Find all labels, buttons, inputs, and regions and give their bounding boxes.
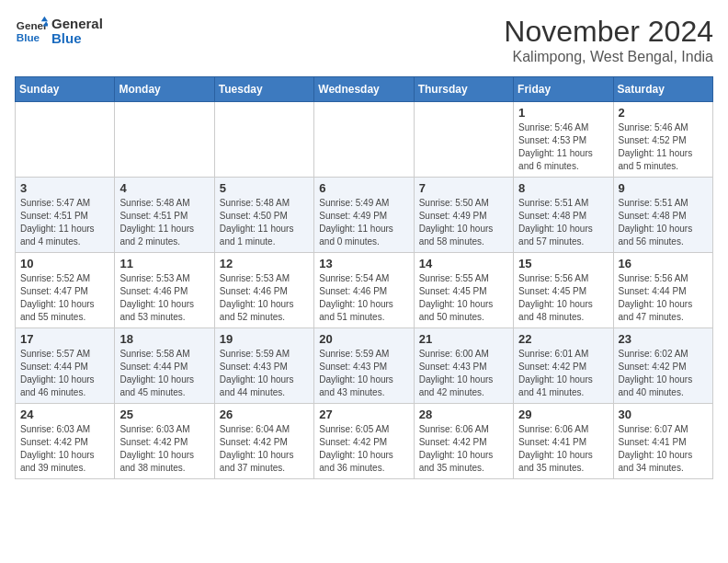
calendar-day-cell: 16Sunrise: 5:56 AM Sunset: 4:44 PM Dayli… bbox=[613, 253, 712, 328]
day-info: Sunrise: 5:51 AM Sunset: 4:48 PM Dayligh… bbox=[619, 197, 708, 248]
day-number: 27 bbox=[319, 408, 408, 421]
day-info: Sunrise: 5:46 AM Sunset: 4:52 PM Dayligh… bbox=[619, 121, 708, 173]
day-number: 13 bbox=[319, 257, 408, 270]
day-number: 26 bbox=[220, 408, 309, 421]
day-info: Sunrise: 6:04 AM Sunset: 4:42 PM Dayligh… bbox=[220, 423, 309, 475]
day-header-sunday: Sunday bbox=[16, 77, 115, 102]
day-info: Sunrise: 6:00 AM Sunset: 4:43 PM Dayligh… bbox=[419, 348, 508, 399]
day-number: 20 bbox=[319, 332, 408, 346]
calendar-header-row: SundayMondayTuesdayWednesdayThursdayFrid… bbox=[16, 77, 713, 102]
calendar-day-cell: 20Sunrise: 5:59 AM Sunset: 4:43 PM Dayli… bbox=[314, 328, 414, 404]
day-number: 22 bbox=[518, 332, 608, 346]
calendar-day-cell: 25Sunrise: 6:03 AM Sunset: 4:42 PM Dayli… bbox=[115, 404, 214, 479]
day-info: Sunrise: 5:52 AM Sunset: 4:47 PM Dayligh… bbox=[20, 272, 109, 324]
calendar-day-cell bbox=[115, 102, 214, 178]
day-info: Sunrise: 5:50 AM Sunset: 4:49 PM Dayligh… bbox=[419, 197, 508, 248]
calendar-day-cell: 29Sunrise: 6:06 AM Sunset: 4:41 PM Dayli… bbox=[514, 404, 613, 479]
day-info: Sunrise: 5:49 AM Sunset: 4:49 PM Dayligh… bbox=[319, 197, 408, 248]
day-number: 12 bbox=[220, 257, 309, 270]
day-info: Sunrise: 5:53 AM Sunset: 4:46 PM Dayligh… bbox=[119, 272, 209, 324]
title-block: November 2024 Kalimpong, West Bengal, In… bbox=[504, 15, 713, 65]
day-info: Sunrise: 5:46 AM Sunset: 4:53 PM Dayligh… bbox=[518, 121, 608, 173]
day-info: Sunrise: 5:47 AM Sunset: 4:51 PM Dayligh… bbox=[20, 197, 109, 248]
calendar-day-cell: 3Sunrise: 5:47 AM Sunset: 4:51 PM Daylig… bbox=[16, 178, 115, 253]
day-number: 17 bbox=[20, 332, 109, 346]
day-info: Sunrise: 6:02 AM Sunset: 4:42 PM Dayligh… bbox=[619, 348, 708, 399]
calendar-day-cell bbox=[314, 102, 414, 178]
calendar-day-cell: 24Sunrise: 6:03 AM Sunset: 4:42 PM Dayli… bbox=[16, 404, 115, 479]
day-number: 29 bbox=[518, 408, 608, 421]
day-number: 30 bbox=[619, 408, 708, 421]
location-title: Kalimpong, West Bengal, India bbox=[504, 49, 713, 65]
day-number: 23 bbox=[619, 332, 708, 346]
day-header-tuesday: Tuesday bbox=[214, 77, 313, 102]
day-number: 16 bbox=[619, 257, 708, 270]
calendar-day-cell: 2Sunrise: 5:46 AM Sunset: 4:52 PM Daylig… bbox=[613, 102, 712, 178]
day-number: 6 bbox=[319, 181, 408, 195]
day-number: 5 bbox=[220, 181, 309, 195]
calendar-day-cell: 21Sunrise: 6:00 AM Sunset: 4:43 PM Dayli… bbox=[414, 328, 513, 404]
day-info: Sunrise: 5:55 AM Sunset: 4:45 PM Dayligh… bbox=[419, 272, 508, 324]
calendar-day-cell: 8Sunrise: 5:51 AM Sunset: 4:48 PM Daylig… bbox=[514, 178, 613, 253]
calendar-day-cell: 5Sunrise: 5:48 AM Sunset: 4:50 PM Daylig… bbox=[214, 178, 313, 253]
day-info: Sunrise: 5:48 AM Sunset: 4:50 PM Dayligh… bbox=[220, 197, 309, 248]
calendar-day-cell: 10Sunrise: 5:52 AM Sunset: 4:47 PM Dayli… bbox=[16, 253, 115, 328]
day-number: 15 bbox=[518, 257, 608, 270]
day-header-friday: Friday bbox=[514, 77, 613, 102]
logo-blue-text: Blue bbox=[51, 31, 103, 47]
calendar-week-row: 24Sunrise: 6:03 AM Sunset: 4:42 PM Dayli… bbox=[16, 404, 713, 479]
day-number: 9 bbox=[619, 181, 708, 195]
calendar-day-cell: 13Sunrise: 5:54 AM Sunset: 4:46 PM Dayli… bbox=[314, 253, 414, 328]
calendar-day-cell bbox=[214, 102, 313, 178]
calendar-day-cell: 12Sunrise: 5:53 AM Sunset: 4:46 PM Dayli… bbox=[214, 253, 313, 328]
day-header-monday: Monday bbox=[115, 77, 214, 102]
calendar-day-cell: 11Sunrise: 5:53 AM Sunset: 4:46 PM Dayli… bbox=[115, 253, 214, 328]
day-number: 19 bbox=[220, 332, 309, 346]
day-header-wednesday: Wednesday bbox=[314, 77, 414, 102]
day-number: 4 bbox=[119, 181, 209, 195]
day-number: 24 bbox=[20, 408, 109, 421]
calendar-day-cell: 27Sunrise: 6:05 AM Sunset: 4:42 PM Dayli… bbox=[314, 404, 414, 479]
day-info: Sunrise: 5:53 AM Sunset: 4:46 PM Dayligh… bbox=[220, 272, 309, 324]
calendar-day-cell: 6Sunrise: 5:49 AM Sunset: 4:49 PM Daylig… bbox=[314, 178, 414, 253]
day-number: 3 bbox=[20, 181, 109, 195]
calendar-day-cell: 14Sunrise: 5:55 AM Sunset: 4:45 PM Dayli… bbox=[414, 253, 513, 328]
calendar-day-cell: 18Sunrise: 5:58 AM Sunset: 4:44 PM Dayli… bbox=[115, 328, 214, 404]
calendar-day-cell: 19Sunrise: 5:59 AM Sunset: 4:43 PM Dayli… bbox=[214, 328, 313, 404]
calendar-table: SundayMondayTuesdayWednesdayThursdayFrid… bbox=[15, 76, 713, 479]
day-info: Sunrise: 5:56 AM Sunset: 4:45 PM Dayligh… bbox=[518, 272, 608, 324]
day-info: Sunrise: 5:56 AM Sunset: 4:44 PM Dayligh… bbox=[619, 272, 708, 324]
day-info: Sunrise: 5:59 AM Sunset: 4:43 PM Dayligh… bbox=[319, 348, 408, 399]
logo-general-text: General bbox=[51, 17, 103, 32]
calendar-day-cell bbox=[414, 102, 513, 178]
day-number: 25 bbox=[119, 408, 209, 421]
day-number: 21 bbox=[419, 332, 508, 346]
day-info: Sunrise: 5:58 AM Sunset: 4:44 PM Dayligh… bbox=[119, 348, 209, 399]
logo-icon: General Blue bbox=[15, 15, 48, 48]
day-header-saturday: Saturday bbox=[613, 77, 712, 102]
day-number: 10 bbox=[20, 257, 109, 270]
calendar-week-row: 10Sunrise: 5:52 AM Sunset: 4:47 PM Dayli… bbox=[16, 253, 713, 328]
day-number: 14 bbox=[419, 257, 508, 270]
svg-text:Blue: Blue bbox=[17, 31, 40, 43]
calendar-day-cell: 23Sunrise: 6:02 AM Sunset: 4:42 PM Dayli… bbox=[613, 328, 712, 404]
calendar-day-cell: 22Sunrise: 6:01 AM Sunset: 4:42 PM Dayli… bbox=[514, 328, 613, 404]
day-info: Sunrise: 6:07 AM Sunset: 4:41 PM Dayligh… bbox=[619, 423, 708, 475]
day-number: 28 bbox=[419, 408, 508, 421]
calendar-day-cell: 1Sunrise: 5:46 AM Sunset: 4:53 PM Daylig… bbox=[514, 102, 613, 178]
logo: General Blue General Blue bbox=[15, 15, 103, 48]
day-info: Sunrise: 5:48 AM Sunset: 4:51 PM Dayligh… bbox=[119, 197, 209, 248]
day-number: 1 bbox=[518, 106, 608, 120]
day-info: Sunrise: 6:06 AM Sunset: 4:41 PM Dayligh… bbox=[518, 423, 608, 475]
day-info: Sunrise: 5:51 AM Sunset: 4:48 PM Dayligh… bbox=[518, 197, 608, 248]
day-number: 11 bbox=[119, 257, 209, 270]
calendar-day-cell: 30Sunrise: 6:07 AM Sunset: 4:41 PM Dayli… bbox=[613, 404, 712, 479]
calendar-week-row: 17Sunrise: 5:57 AM Sunset: 4:44 PM Dayli… bbox=[16, 328, 713, 404]
page-header: General Blue General Blue November 2024 … bbox=[15, 15, 713, 65]
day-info: Sunrise: 6:06 AM Sunset: 4:42 PM Dayligh… bbox=[419, 423, 508, 475]
calendar-day-cell: 9Sunrise: 5:51 AM Sunset: 4:48 PM Daylig… bbox=[613, 178, 712, 253]
day-info: Sunrise: 6:03 AM Sunset: 4:42 PM Dayligh… bbox=[20, 423, 109, 475]
calendar-week-row: 3Sunrise: 5:47 AM Sunset: 4:51 PM Daylig… bbox=[16, 178, 713, 253]
day-info: Sunrise: 5:59 AM Sunset: 4:43 PM Dayligh… bbox=[220, 348, 309, 399]
day-info: Sunrise: 6:03 AM Sunset: 4:42 PM Dayligh… bbox=[119, 423, 209, 475]
